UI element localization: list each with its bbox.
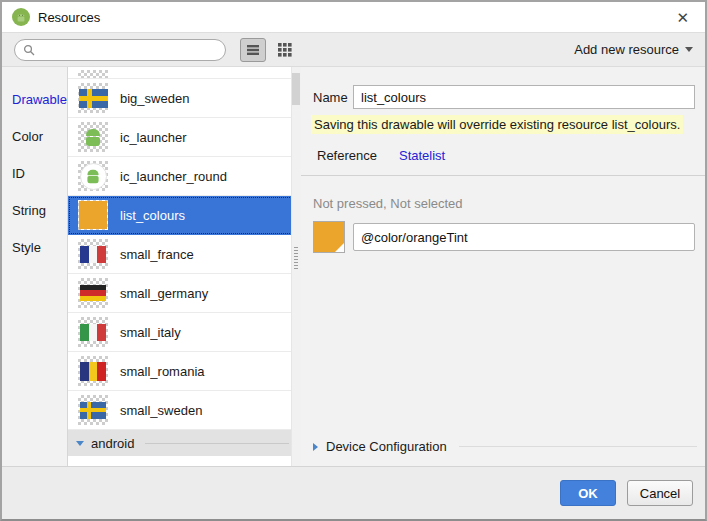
sidebar-item-label: Drawable: [12, 92, 67, 107]
state-label: Not pressed, Not selected: [313, 196, 695, 211]
detail-panel: Name Saving this drawable will override …: [301, 67, 705, 466]
list-view-icon: [246, 44, 260, 56]
sidebar-item-label: String: [12, 203, 46, 218]
resource-name: ic_launcher: [120, 130, 187, 145]
group-header-android[interactable]: android: [68, 430, 301, 456]
window-title: Resources: [38, 10, 100, 25]
sidebar-item-label: ID: [12, 166, 25, 181]
list-item[interactable]: ic_launcher_round: [68, 157, 301, 196]
tab-reference[interactable]: Reference: [317, 148, 377, 163]
add-new-resource-label: Add new resource: [574, 42, 679, 57]
grid-view-icon: [278, 43, 292, 57]
list-item[interactable]: small_sweden: [68, 391, 301, 430]
add-new-resource-dropdown[interactable]: Add new resource: [574, 42, 693, 57]
sidebar-item-label: Style: [12, 240, 41, 255]
germany-flag-icon: [78, 278, 108, 308]
toolbar: Add new resource: [2, 32, 705, 67]
list-item[interactable]: big_sweden: [68, 79, 301, 118]
sidebar-item-style[interactable]: Style: [2, 229, 67, 266]
sweden-flag-big-icon: [78, 83, 108, 113]
partial-item-above: [68, 67, 301, 79]
list-item[interactable]: small_romania: [68, 352, 301, 391]
resource-name: list_colours: [120, 208, 185, 223]
cancel-button[interactable]: Cancel: [627, 480, 693, 506]
color-swatch[interactable]: [313, 221, 345, 253]
chevron-down-icon: [685, 47, 693, 52]
resource-list: big_swedenic_launcheric_launcher_roundli…: [68, 67, 301, 466]
android-robot-round-icon: [78, 161, 108, 191]
splitter-grip[interactable]: [294, 247, 298, 271]
resource-name: big_sweden: [120, 91, 189, 106]
device-configuration-label: Device Configuration: [326, 439, 447, 454]
grid-view-button[interactable]: [272, 38, 298, 62]
resource-name: small_sweden: [120, 403, 202, 418]
main-content: DrawableColorIDStringStyle big_swedenic_…: [2, 67, 705, 466]
list-item[interactable]: ic_launcher: [68, 118, 301, 157]
transparency-checker: [78, 70, 108, 78]
device-rule: [459, 446, 697, 447]
view-toggle-group: [240, 38, 298, 62]
dialog-footer: OK Cancel: [2, 466, 705, 519]
tabs-separator: [301, 175, 705, 176]
search-input[interactable]: [40, 42, 217, 58]
collapse-arrow-icon: [76, 441, 84, 446]
tab-statelist[interactable]: Statelist: [399, 148, 445, 163]
list-view-button[interactable]: [240, 38, 266, 62]
search-icon: [23, 44, 35, 56]
sidebar-item-string[interactable]: String: [2, 192, 67, 229]
name-label: Name: [313, 90, 353, 105]
android-app-icon: [12, 8, 30, 26]
resources-dialog: Resources ✕: [0, 0, 707, 521]
sidebar-item-drawable[interactable]: Drawable: [2, 81, 67, 118]
resource-name: small_germany: [120, 286, 208, 301]
resource-name: ic_launcher_round: [120, 169, 227, 184]
override-warning: Saving this drawable will override exist…: [311, 117, 695, 132]
group-label: android: [91, 436, 134, 451]
state-section: Not pressed, Not selected: [313, 196, 695, 253]
title-bar: Resources ✕: [2, 2, 705, 32]
device-configuration-toggle[interactable]: Device Configuration: [313, 439, 705, 454]
sweden-flag-icon: [78, 395, 108, 425]
resource-type-sidebar: DrawableColorIDStringStyle: [2, 67, 68, 466]
list-item[interactable]: small_italy: [68, 313, 301, 352]
close-icon[interactable]: ✕: [670, 8, 695, 27]
sidebar-item-id[interactable]: ID: [2, 155, 67, 192]
romania-flag-icon: [78, 356, 108, 386]
detail-tabs: Reference Statelist: [317, 148, 705, 163]
sidebar-item-label: Color: [12, 129, 43, 144]
state-value-input[interactable]: [353, 223, 695, 251]
resource-name: small_france: [120, 247, 194, 262]
list-item[interactable]: list_colours: [68, 196, 301, 235]
resource-name: small_romania: [120, 364, 205, 379]
sidebar-item-color[interactable]: Color: [2, 118, 67, 155]
name-input[interactable]: [353, 85, 695, 109]
list-item[interactable]: small_germany: [68, 274, 301, 313]
search-field[interactable]: [14, 39, 226, 61]
italy-flag-icon: [78, 317, 108, 347]
expand-arrow-icon: [313, 443, 318, 451]
orange-square-icon: [78, 200, 108, 230]
scrollbar-thumb[interactable]: [292, 73, 300, 105]
list-item[interactable]: small_france: [68, 235, 301, 274]
france-flag-icon: [78, 239, 108, 269]
group-rule: [145, 443, 289, 444]
resource-name: small_italy: [120, 325, 181, 340]
ok-button[interactable]: OK: [560, 480, 616, 506]
android-robot-icon: [78, 122, 108, 152]
